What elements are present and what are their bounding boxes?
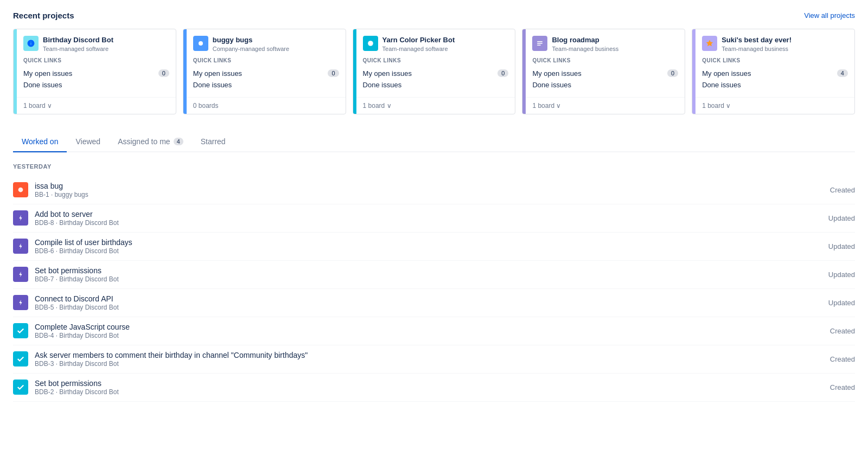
done-issues-link[interactable]: Done issues — [193, 79, 339, 91]
svg-marker-3 — [19, 215, 22, 221]
tab-starred[interactable]: Starred — [192, 132, 234, 152]
activity-item-connect-to-discord-api[interactable]: Connect to Discord API BDB-5 · Birthday … — [13, 289, 855, 317]
tab-badge: 4 — [174, 138, 183, 145]
activity-status: Created — [819, 383, 855, 391]
open-issues-badge: 0 — [497, 69, 508, 77]
activity-title: Compile list of user birthdays — [35, 238, 818, 247]
quick-links-label: QUICK LINKS — [23, 57, 169, 63]
done-issues-link[interactable]: Done issues — [363, 79, 509, 91]
activity-sub: BDB-7 · Birthday Discord Bot — [35, 275, 818, 283]
activity-title: Set bot permissions — [35, 379, 819, 388]
project-card-buggy-bugs[interactable]: buggy bugs Company-managed software QUIC… — [183, 29, 346, 114]
project-boards[interactable]: 1 board ∨ — [692, 97, 854, 114]
activity-sub: BDB-3 · Birthday Discord Bot — [35, 360, 819, 368]
project-card-sukis-best-day-ever[interactable]: Suki's best day ever! Team-managed busin… — [692, 29, 855, 114]
activity-item-add-bot-to-server[interactable]: Add bot to server BDB-8 · Birthday Disco… — [13, 204, 855, 233]
project-card-birthday-discord-bot[interactable]: Birthday Discord Bot Team-managed softwa… — [13, 29, 176, 114]
done-issues-text: Done issues — [23, 81, 62, 89]
activity-info: Add bot to server BDB-8 · Birthday Disco… — [35, 210, 818, 227]
my-open-issues-link[interactable]: My open issues 0 — [532, 68, 678, 79]
project-card-blog-roadmap[interactable]: Blog roadmap Team-managed business QUICK… — [522, 29, 685, 114]
quick-links-label: QUICK LINKS — [702, 57, 848, 63]
tab-assigned-to-me[interactable]: Assigned to me4 — [109, 132, 192, 152]
activity-info: Ask server members to comment their birt… — [35, 351, 819, 368]
activity-list: issa bug BB-1 · buggy bugs Created Add b… — [13, 176, 855, 402]
activity-icon — [13, 351, 28, 366]
svg-marker-5 — [19, 272, 22, 278]
project-name: Blog roadmap — [552, 36, 678, 45]
my-open-issues-link[interactable]: My open issues 0 — [363, 68, 509, 79]
activity-status: Updated — [818, 299, 855, 307]
activity-icon — [13, 239, 28, 254]
activity-sub: BDB-2 · Birthday Discord Bot — [35, 388, 819, 396]
activity-status: Updated — [818, 242, 855, 250]
open-issues-badge: 0 — [667, 69, 678, 77]
project-boards[interactable]: 1 board ∨ — [522, 97, 685, 114]
activity-title: Ask server members to comment their birt… — [35, 351, 819, 359]
project-card-yarn-color-picker-bot[interactable]: Yarn Color Picker Bot Team-managed softw… — [353, 29, 516, 114]
done-issues-link[interactable]: Done issues — [532, 79, 678, 91]
view-all-projects-link[interactable]: View all projects — [804, 11, 855, 20]
activity-info: Complete JavaScript course BDB-4 · Birth… — [35, 323, 819, 339]
tabs-container: Worked onViewedAssigned to me4Starred — [13, 132, 855, 151]
quick-links-label: QUICK LINKS — [363, 57, 509, 63]
activity-item-issa-bug[interactable]: issa bug BB-1 · buggy bugs Created — [13, 176, 855, 204]
activity-info: Connect to Discord API BDB-5 · Birthday … — [35, 294, 818, 311]
project-accent — [183, 29, 187, 114]
project-name: Birthday Discord Bot — [43, 36, 169, 45]
activity-title: issa bug — [35, 182, 819, 190]
activity-item-compile-list-of-user-birthdays[interactable]: Compile list of user birthdays BDB-6 · B… — [13, 233, 855, 261]
my-open-issues-link[interactable]: My open issues 4 — [702, 68, 848, 79]
my-open-issues-link[interactable]: My open issues 0 — [193, 68, 339, 79]
activity-icon — [13, 182, 28, 197]
activity-item-complete-javascript-course[interactable]: Complete JavaScript course BDB-4 · Birth… — [13, 317, 855, 345]
activity-title: Set bot permissions — [35, 266, 818, 275]
project-type: Team-managed software — [382, 46, 509, 52]
project-type: Team-managed business — [722, 46, 848, 52]
activity-icon — [13, 295, 28, 310]
activity-item-set-bot-permissions[interactable]: Set bot permissions BDB-7 · Birthday Dis… — [13, 261, 855, 289]
done-issues-text: Done issues — [702, 81, 741, 89]
tabs-section: Worked onViewedAssigned to me4Starred — [13, 132, 855, 152]
my-open-issues-text: My open issues — [702, 69, 751, 78]
activity-sub: BDB-5 · Birthday Discord Bot — [35, 304, 818, 311]
project-accent — [522, 29, 526, 114]
tab-viewed[interactable]: Viewed — [67, 132, 109, 152]
activity-sub: BDB-6 · Birthday Discord Bot — [35, 247, 818, 255]
project-type: Company-managed software — [213, 46, 339, 52]
project-boards[interactable]: 1 board ∨ — [14, 97, 176, 114]
svg-point-0 — [199, 41, 203, 46]
project-name: buggy bugs — [213, 36, 339, 45]
activity-item-set-bot-permissions-2[interactable]: Set bot permissions BDB-2 · Birthday Dis… — [13, 374, 855, 402]
open-issues-badge: 0 — [158, 69, 169, 77]
activity-info: Set bot permissions BDB-7 · Birthday Dis… — [35, 266, 818, 283]
project-icon — [193, 36, 208, 51]
recent-projects-title: Recent projects — [13, 11, 74, 20]
activity-status: Created — [819, 186, 855, 194]
activity-status: Updated — [818, 271, 855, 279]
activity-title: Complete JavaScript course — [35, 323, 819, 331]
done-issues-link[interactable]: Done issues — [23, 79, 169, 91]
done-issues-link[interactable]: Done issues — [702, 79, 848, 91]
my-open-issues-text: My open issues — [193, 69, 242, 78]
activity-icon — [13, 267, 28, 282]
projects-grid: Birthday Discord Bot Team-managed softwa… — [13, 29, 855, 114]
activity-status: Updated — [818, 214, 855, 222]
done-issues-text: Done issues — [532, 81, 571, 89]
tab-label: Starred — [201, 137, 226, 146]
project-boards[interactable]: 1 board ∨ — [353, 97, 515, 114]
quick-links-label: QUICK LINKS — [193, 57, 339, 63]
my-open-issues-link[interactable]: My open issues 0 — [23, 68, 169, 79]
activity-sub: BDB-4 · Birthday Discord Bot — [35, 332, 819, 339]
activity-info: issa bug BB-1 · buggy bugs — [35, 182, 819, 198]
tab-worked-on[interactable]: Worked on — [13, 132, 67, 152]
activity-icon — [13, 210, 28, 226]
svg-marker-4 — [19, 243, 22, 249]
project-name: Suki's best day ever! — [722, 36, 848, 45]
project-type: Team-managed business — [552, 46, 678, 52]
activity-icon — [13, 323, 28, 338]
project-boards[interactable]: 0 boards — [183, 97, 346, 114]
activity-title: Add bot to server — [35, 210, 818, 218]
activity-item-ask-server-members[interactable]: Ask server members to comment their birt… — [13, 345, 855, 374]
tab-label: Viewed — [75, 137, 100, 146]
